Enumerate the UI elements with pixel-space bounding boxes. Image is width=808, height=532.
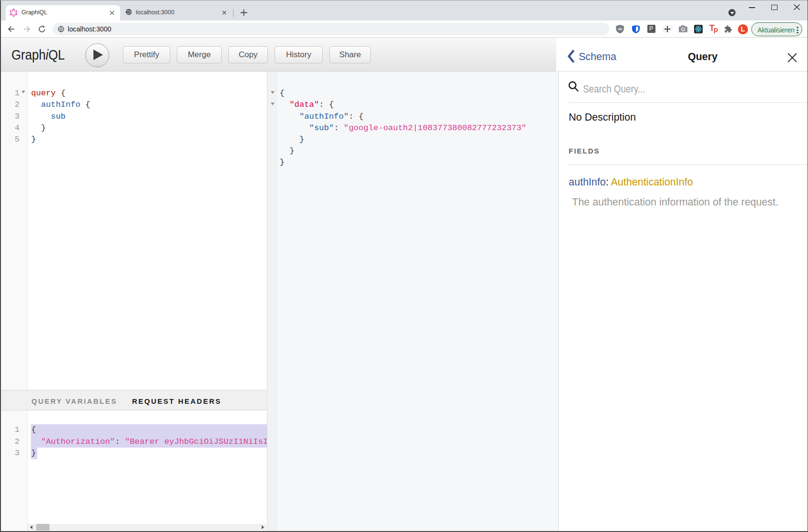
svg-text:ub: ub	[618, 27, 622, 31]
